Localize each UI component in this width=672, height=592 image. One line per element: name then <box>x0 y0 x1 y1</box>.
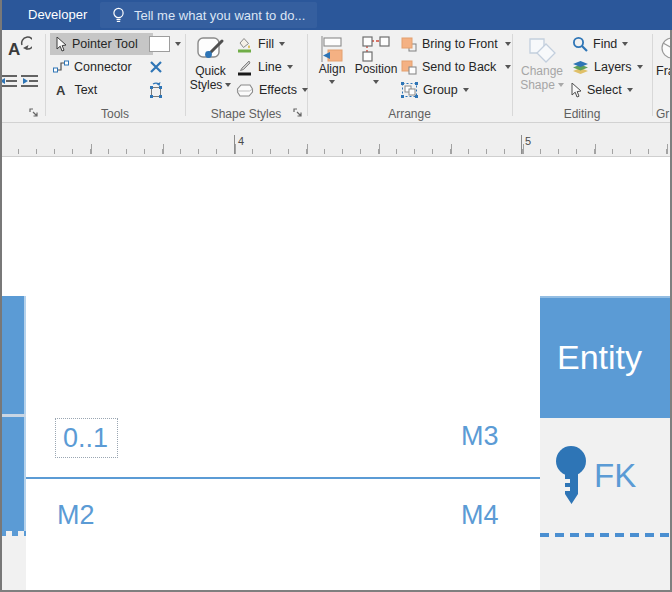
editing-group-label: Editing <box>512 106 652 122</box>
align-label: Align <box>319 62 346 76</box>
delete-x-button[interactable] <box>150 56 162 78</box>
dropdown-arrow-icon <box>373 80 379 84</box>
layers-label: Layers <box>594 60 632 74</box>
relationship-connector-line[interactable] <box>26 477 540 479</box>
dropdown-arrow-icon <box>637 65 643 69</box>
group-separator <box>185 34 186 116</box>
line-label: Line <box>258 60 282 74</box>
label-m2[interactable]: M2 <box>57 500 95 530</box>
dropdown-arrow-icon <box>329 80 335 84</box>
title-bar: Developer Tell me what you want to do... <box>0 0 672 30</box>
dropdown-arrow-icon[interactable] <box>505 42 511 46</box>
white-swatch-icon <box>149 36 170 52</box>
fill-label: Fill <box>258 37 274 51</box>
change-shape-icon <box>525 36 559 64</box>
multiplicity-label: 0..1 <box>63 423 108 453</box>
horizontal-ruler: 4 5 <box>0 123 672 157</box>
dropdown-arrow-icon <box>627 88 633 92</box>
rotate-selection-icon <box>147 82 165 99</box>
dropdown-arrow-icon[interactable] <box>505 65 511 69</box>
change-shape-label-1: Change <box>521 64 563 78</box>
position-label: Position <box>355 62 398 76</box>
ruler-label-5: 5 <box>521 135 531 154</box>
align-icon <box>320 36 344 62</box>
layers-icon <box>572 60 589 75</box>
layers-button[interactable]: Layers <box>572 56 643 78</box>
left-entity-fragment[interactable] <box>0 296 26 531</box>
entity-lower-section[interactable] <box>540 537 672 592</box>
multiplicity-label-box[interactable]: 0..1 <box>55 418 118 458</box>
bring-to-front-button[interactable]: Bring to Front <box>401 33 498 55</box>
dropdown-arrow-icon <box>622 42 628 46</box>
entity-title: Entity <box>557 338 642 377</box>
key-icon <box>552 446 592 506</box>
left-entity-lower-section[interactable] <box>0 536 26 592</box>
tab-developer[interactable]: Developer <box>28 0 87 30</box>
connector-icon <box>53 60 69 74</box>
effects-label: Effects <box>259 83 297 97</box>
label-m3[interactable]: M3 <box>461 421 499 451</box>
send-to-back-button[interactable]: Send to Back <box>401 56 496 78</box>
connector-tool-button[interactable]: Connector <box>53 56 132 78</box>
pointer-tool-button[interactable]: Pointer Tool <box>50 33 153 55</box>
line-icon <box>236 59 253 76</box>
ruler-medium-ticks <box>0 144 672 154</box>
indent-left-icon[interactable] <box>0 74 17 89</box>
find-label: Find <box>593 37 617 51</box>
drawing-canvas[interactable]: 0..1 M2 M3 M4 Entity FK <box>0 157 672 592</box>
text-tool-label: Text <box>74 83 97 97</box>
entity-attribute-row[interactable]: FK <box>540 418 672 533</box>
send-to-back-icon <box>401 60 417 75</box>
bring-to-front-icon <box>401 37 417 52</box>
tell-me-box[interactable]: Tell me what you want to do... <box>100 2 317 28</box>
ruler-label-4: 4 <box>234 135 244 154</box>
pointer-rotate-button[interactable] <box>147 79 165 101</box>
select-button[interactable]: Select <box>571 79 633 101</box>
quick-styles-icon <box>196 36 226 64</box>
group-separator <box>307 34 308 116</box>
dropdown-arrow-icon <box>279 42 285 46</box>
shape-styles-group-label: Shape Styles <box>185 106 307 122</box>
dialog-launcher-icon[interactable] <box>29 108 40 119</box>
send-to-back-label: Send to Back <box>422 60 496 74</box>
arrange-group-label: Arrange <box>307 106 512 122</box>
dialog-launcher-icon[interactable] <box>293 108 304 119</box>
fk-label: FK <box>594 457 636 495</box>
indent-right-icon[interactable] <box>21 74 38 89</box>
select-label: Select <box>587 83 622 97</box>
rotate-text-icon[interactable]: A <box>6 36 32 60</box>
ribbon: A Pointer Tool <box>0 30 672 123</box>
left-entity-row-separator <box>0 414 26 417</box>
x-icon <box>150 61 162 73</box>
tell-me-text[interactable]: Tell me what you want to do... <box>134 8 305 23</box>
connector-label: Connector <box>74 60 132 74</box>
entity-shape[interactable]: Entity FK <box>540 296 672 592</box>
text-tool-button[interactable]: A Text <box>56 79 97 101</box>
fill-button[interactable]: Fill <box>236 33 285 55</box>
window-border-left <box>0 0 2 592</box>
effects-icon <box>236 83 254 98</box>
dropdown-arrow-icon <box>287 65 293 69</box>
svg-text:A: A <box>8 40 20 59</box>
group-separator <box>512 34 513 116</box>
group-separator <box>652 34 653 116</box>
group-button[interactable]: Group <box>401 79 469 101</box>
quick-styles-label-1: Quick <box>195 64 226 78</box>
line-button[interactable]: Line <box>236 56 293 78</box>
pointer-icon <box>56 37 67 52</box>
label-m4[interactable]: M4 <box>461 500 499 530</box>
lightbulb-icon <box>112 7 125 24</box>
search-icon <box>572 36 588 52</box>
effects-button[interactable]: Effects <box>236 79 308 101</box>
quick-styles-label-2: Styles <box>190 78 232 92</box>
position-icon <box>362 36 390 62</box>
pointer-tool-label: Pointer Tool <box>72 37 138 51</box>
dropdown-arrow-icon <box>175 42 181 46</box>
shape-fill-swatch[interactable] <box>149 33 181 55</box>
group-label: Group <box>423 83 458 97</box>
text-tool-icon: A <box>56 83 65 98</box>
tools-group-label: Tools <box>45 106 185 122</box>
entity-header[interactable]: Entity <box>540 296 672 418</box>
bring-to-front-label: Bring to Front <box>422 37 498 51</box>
find-button[interactable]: Find <box>572 33 628 55</box>
